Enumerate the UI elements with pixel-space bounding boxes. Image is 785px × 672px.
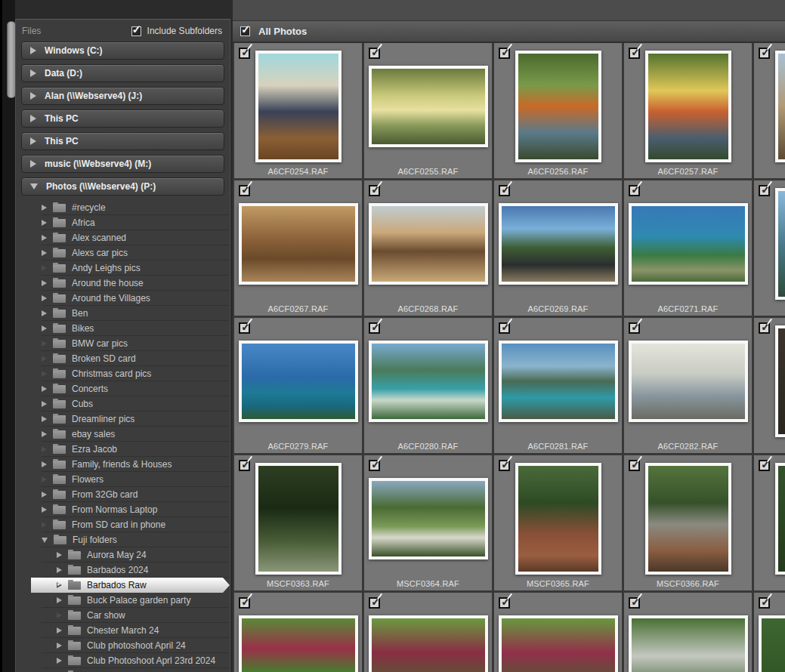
- photo-thumbnail[interactable]: [515, 51, 601, 162]
- photo-cell[interactable]: ✓A6CF0268.RAF: [364, 180, 492, 316]
- chevron-right-icon[interactable]: [57, 627, 62, 633]
- include-subfolders-toggle[interactable]: ✓ Include Subfolders: [131, 26, 222, 36]
- chevron-right-icon[interactable]: [30, 115, 36, 122]
- photo-thumbnail[interactable]: [369, 341, 488, 422]
- folder-item[interactable]: From SD card in phone: [16, 517, 230, 532]
- chevron-right-icon[interactable]: [42, 235, 47, 241]
- chevron-right-icon[interactable]: [42, 250, 47, 256]
- photo-checkbox[interactable]: ✓: [239, 597, 250, 609]
- photo-thumbnail[interactable]: [369, 478, 488, 559]
- photo-cell[interactable]: ✓MSCF0363.RAF: [234, 455, 362, 590]
- photo-checkbox[interactable]: ✓: [759, 460, 770, 471]
- chevron-right-icon[interactable]: [42, 461, 47, 467]
- folder-item[interactable]: Family, friends & Houses: [16, 457, 230, 472]
- photo-thumbnail[interactable]: [775, 463, 785, 575]
- folder-item[interactable]: BMW car pics: [16, 336, 230, 351]
- folder-item[interactable]: Concerts: [16, 381, 230, 396]
- chevron-right-icon[interactable]: [42, 507, 47, 513]
- folder-item[interactable]: Club photoshoot April 24: [16, 638, 230, 653]
- photo-checkbox[interactable]: ✓: [369, 322, 380, 334]
- photo-thumbnail[interactable]: [499, 203, 618, 285]
- chevron-right-icon[interactable]: [42, 205, 47, 211]
- all-photos-header[interactable]: ✓ All Photos: [233, 21, 785, 43]
- folder-item[interactable]: Alex scanned: [16, 230, 230, 245]
- photo-thumbnail[interactable]: [629, 341, 748, 422]
- photo-thumbnail[interactable]: [759, 615, 785, 672]
- photo-thumbnail[interactable]: [369, 615, 488, 672]
- folder-item[interactable]: Ben: [16, 306, 230, 321]
- photo-cell[interactable]: ✓A6CF0271.RAF: [624, 180, 752, 316]
- folder-item[interactable]: From Normas Laptop: [16, 502, 230, 517]
- folder-item[interactable]: Christmas card pics: [16, 366, 230, 381]
- photo-checkbox[interactable]: ✓: [369, 185, 380, 196]
- photo-thumbnail[interactable]: [369, 203, 488, 285]
- photo-cell[interactable]: ✓A6CF0254.RAF: [234, 43, 362, 178]
- folder-item[interactable]: Club walk in Manchester Apr 23: [16, 668, 230, 672]
- photo-thumbnail[interactable]: [239, 203, 358, 285]
- folder-item[interactable]: #recycle: [16, 200, 230, 215]
- photo-checkbox[interactable]: ✓: [629, 322, 640, 334]
- photo-checkbox[interactable]: ✓: [759, 48, 770, 59]
- photo-cell[interactable]: ✓A6CF0257.RAF: [624, 43, 752, 178]
- photo-checkbox[interactable]: ✓: [759, 185, 770, 196]
- folder-item[interactable]: Barbados 2024: [16, 563, 230, 578]
- photo-thumbnail[interactable]: [645, 463, 731, 575]
- photo-cell[interactable]: ✓: [754, 593, 785, 672]
- chevron-right-icon[interactable]: [57, 567, 62, 573]
- photo-thumbnail[interactable]: [239, 615, 358, 672]
- folder-item[interactable]: Andy Leighs pics: [16, 260, 230, 276]
- folder-item[interactable]: Aurora May 24: [16, 547, 230, 563]
- chevron-right-icon[interactable]: [57, 597, 62, 603]
- drive-item[interactable]: This PC: [21, 132, 224, 150]
- chevron-right-icon[interactable]: [57, 552, 62, 558]
- folder-item[interactable]: Buck Palace garden party: [16, 593, 230, 608]
- chevron-right-icon[interactable]: [57, 658, 62, 664]
- chevron-down-icon[interactable]: [30, 183, 38, 190]
- folder-item[interactable]: Flowers: [16, 472, 230, 487]
- folder-item[interactable]: Africa: [16, 215, 230, 230]
- photo-cell[interactable]: ✓: [494, 593, 622, 672]
- photo-checkbox[interactable]: ✓: [629, 597, 640, 609]
- photo-checkbox[interactable]: ✓: [499, 322, 510, 334]
- photo-cell[interactable]: ✓A6CF0255.RAF: [364, 43, 492, 178]
- folder-item[interactable]: Bikes: [16, 321, 230, 336]
- photo-cell[interactable]: ✓A6CF0282.RAF: [624, 318, 752, 453]
- chevron-right-icon[interactable]: [42, 280, 47, 286]
- chevron-right-icon[interactable]: [42, 295, 47, 301]
- photo-checkbox[interactable]: ✓: [369, 597, 380, 609]
- photo-cell[interactable]: ✓: [754, 318, 785, 453]
- photo-cell[interactable]: ✓MSCF0365.RAF: [494, 455, 622, 590]
- photo-checkbox[interactable]: ✓: [369, 460, 380, 471]
- photo-checkbox[interactable]: ✓: [239, 460, 250, 471]
- photo-thumbnail[interactable]: [239, 341, 358, 422]
- photo-cell[interactable]: ✓: [234, 593, 362, 672]
- photo-thumbnail[interactable]: [255, 51, 342, 162]
- chevron-right-icon[interactable]: [30, 137, 36, 145]
- photo-thumbnail[interactable]: [499, 615, 618, 672]
- photo-checkbox[interactable]: ✓: [239, 48, 250, 59]
- photo-checkbox[interactable]: ✓: [499, 460, 510, 471]
- chevron-right-icon[interactable]: [42, 492, 47, 498]
- folder-item[interactable]: Fuji folders: [16, 532, 230, 547]
- folder-item[interactable]: Around the Villages: [16, 291, 230, 306]
- chevron-right-icon[interactable]: [42, 431, 47, 437]
- folder-item[interactable]: Ezra Jacob: [16, 442, 230, 457]
- photo-thumbnail[interactable]: [645, 51, 731, 162]
- drive-item[interactable]: Photos (\\Webserve4) (P:): [21, 177, 224, 196]
- drive-item[interactable]: music (\\Webserve4) (M:): [21, 155, 224, 173]
- photo-cell[interactable]: ✓A6CF0279.RAF: [234, 318, 362, 453]
- photo-thumbnail[interactable]: [775, 325, 785, 437]
- photo-cell[interactable]: ✓: [754, 180, 785, 316]
- photo-checkbox[interactable]: ✓: [499, 185, 510, 196]
- photo-thumbnail[interactable]: [629, 203, 748, 285]
- folder-item[interactable]: From 32Gb card: [16, 487, 230, 502]
- folder-item[interactable]: ebay sales: [16, 427, 230, 442]
- drive-item[interactable]: Alan (\\Webserve4) (J:): [21, 87, 224, 105]
- chevron-right-icon[interactable]: [42, 310, 47, 316]
- photo-cell[interactable]: ✓: [364, 593, 492, 672]
- photo-cell[interactable]: ✓: [624, 593, 752, 672]
- photo-cell[interactable]: ✓MSCF0366.RAF: [624, 455, 752, 590]
- photo-checkbox[interactable]: ✓: [629, 185, 640, 196]
- drive-item[interactable]: This PC: [21, 109, 224, 128]
- all-photos-checkbox[interactable]: ✓: [240, 26, 250, 36]
